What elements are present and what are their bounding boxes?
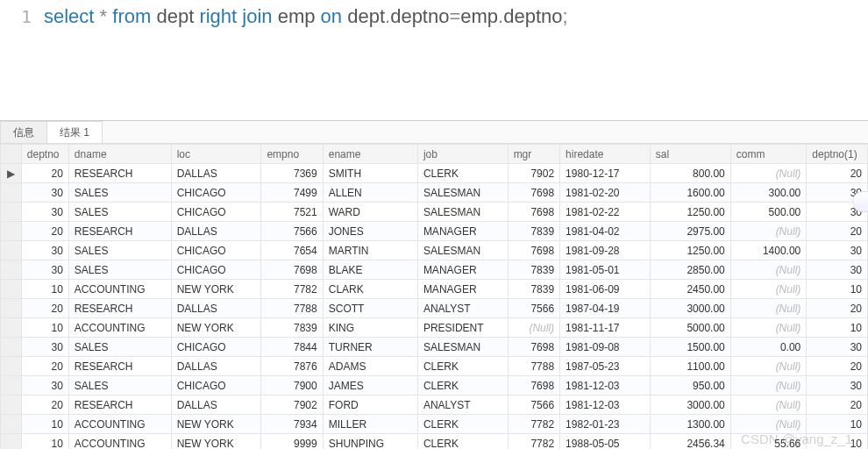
cell-ename[interactable]: MARTIN bbox=[323, 241, 417, 260]
cell-sal[interactable]: 5000.00 bbox=[650, 318, 730, 338]
cell-deptno[interactable]: 30 bbox=[21, 203, 68, 222]
cell-hiredate[interactable]: 1987-05-23 bbox=[560, 357, 651, 376]
cell-job[interactable]: MANAGER bbox=[417, 222, 508, 241]
cell-mgr[interactable]: 7698 bbox=[508, 183, 559, 203]
cell-empno[interactable]: 7369 bbox=[261, 164, 323, 183]
cell-job[interactable]: CLERK bbox=[417, 357, 508, 376]
cell-sal[interactable]: 1300.00 bbox=[650, 415, 730, 434]
cell-ename[interactable]: TURNER bbox=[323, 338, 417, 357]
cell-job[interactable]: SALESMAN bbox=[417, 241, 508, 260]
cell-sal[interactable]: 2975.00 bbox=[650, 222, 730, 241]
cell-empno[interactable]: 7566 bbox=[261, 222, 323, 241]
cell-empno[interactable]: 7499 bbox=[261, 183, 323, 203]
cell-ename[interactable]: FORD bbox=[323, 396, 417, 415]
cell-deptno[interactable]: 20 bbox=[21, 396, 68, 415]
cell-comm[interactable]: 0.00 bbox=[730, 338, 807, 357]
cell-dname[interactable]: ACCOUNTING bbox=[68, 280, 171, 299]
cell-deptno[interactable]: 20 bbox=[21, 299, 68, 318]
cell-loc[interactable]: CHICAGO bbox=[171, 241, 261, 260]
cell-hiredate[interactable]: 1981-09-08 bbox=[560, 338, 651, 357]
cell-deptno1[interactable]: 20 bbox=[807, 357, 868, 376]
cell-loc[interactable]: DALLAS bbox=[171, 222, 261, 241]
table-row[interactable]: 30SALESCHICAGO7900JAMESCLERK76981981-12-… bbox=[1, 376, 868, 396]
cell-loc[interactable]: DALLAS bbox=[171, 396, 261, 415]
cell-hiredate[interactable]: 1982-01-23 bbox=[560, 415, 651, 434]
cell-empno[interactable]: 7844 bbox=[261, 338, 323, 357]
cell-dname[interactable]: SALES bbox=[68, 338, 171, 357]
cell-deptno1[interactable]: 20 bbox=[807, 299, 868, 318]
cell-deptno[interactable]: 10 bbox=[21, 318, 68, 338]
cell-loc[interactable]: CHICAGO bbox=[171, 338, 261, 357]
cell-loc[interactable]: DALLAS bbox=[171, 357, 261, 376]
cell-dname[interactable]: SALES bbox=[68, 260, 171, 280]
cell-mgr[interactable]: 7698 bbox=[508, 376, 559, 396]
cell-dname[interactable]: SALES bbox=[68, 183, 171, 203]
cell-empno[interactable]: 7934 bbox=[261, 415, 323, 434]
cell-deptno[interactable]: 20 bbox=[21, 222, 68, 241]
sql-code[interactable]: select * from dept right join emp on dep… bbox=[44, 5, 568, 28]
cell-loc[interactable]: NEW YORK bbox=[171, 280, 261, 299]
col-deptno[interactable]: deptno bbox=[21, 145, 68, 164]
cell-deptno[interactable]: 30 bbox=[21, 260, 68, 280]
cell-comm[interactable]: (Null) bbox=[730, 318, 807, 338]
cell-dname[interactable]: RESEARCH bbox=[68, 396, 171, 415]
cell-hiredate[interactable]: 1980-12-17 bbox=[560, 164, 651, 183]
table-row[interactable]: 30SALESCHICAGO7499ALLENSALESMAN76981981-… bbox=[1, 183, 868, 203]
cell-empno[interactable]: 7900 bbox=[261, 376, 323, 396]
cell-mgr[interactable]: 7782 bbox=[508, 434, 559, 450]
col-deptno1[interactable]: deptno(1) bbox=[807, 145, 868, 164]
cell-deptno[interactable]: 30 bbox=[21, 376, 68, 396]
cell-comm[interactable]: (Null) bbox=[730, 280, 807, 299]
cell-deptno1[interactable]: 20 bbox=[807, 396, 868, 415]
cell-mgr[interactable]: 7839 bbox=[508, 222, 559, 241]
cell-ename[interactable]: BLAKE bbox=[323, 260, 417, 280]
table-row[interactable]: 10ACCOUNTINGNEW YORK7782CLARKMANAGER7839… bbox=[1, 280, 868, 299]
cell-mgr[interactable]: 7902 bbox=[508, 164, 559, 183]
cell-deptno1[interactable]: 20 bbox=[807, 164, 868, 183]
cell-loc[interactable]: NEW YORK bbox=[171, 318, 261, 338]
cell-deptno1[interactable]: 10 bbox=[807, 318, 868, 338]
cell-hiredate[interactable]: 1981-04-02 bbox=[560, 222, 651, 241]
col-sal[interactable]: sal bbox=[650, 145, 730, 164]
cell-comm[interactable]: 500.00 bbox=[730, 203, 807, 222]
cell-sal[interactable]: 950.00 bbox=[650, 376, 730, 396]
cell-comm[interactable]: 300.00 bbox=[730, 183, 807, 203]
cell-deptno[interactable]: 20 bbox=[21, 357, 68, 376]
cell-job[interactable]: SALESMAN bbox=[417, 338, 508, 357]
cell-hiredate[interactable]: 1981-12-03 bbox=[560, 396, 651, 415]
cell-deptno[interactable]: 10 bbox=[21, 280, 68, 299]
cell-sal[interactable]: 1500.00 bbox=[650, 338, 730, 357]
cell-dname[interactable]: SALES bbox=[68, 376, 171, 396]
cell-loc[interactable]: DALLAS bbox=[171, 164, 261, 183]
cell-mgr[interactable]: (Null) bbox=[508, 318, 559, 338]
cell-empno[interactable]: 9999 bbox=[261, 434, 323, 450]
cell-mgr[interactable]: 7839 bbox=[508, 260, 559, 280]
cell-ename[interactable]: MILLER bbox=[323, 415, 417, 434]
cell-sal[interactable]: 1100.00 bbox=[650, 357, 730, 376]
cell-sal[interactable]: 2850.00 bbox=[650, 260, 730, 280]
cell-dname[interactable]: RESEARCH bbox=[68, 357, 171, 376]
cell-deptno[interactable]: 30 bbox=[21, 183, 68, 203]
side-widget[interactable] bbox=[852, 191, 868, 212]
cell-comm[interactable]: (Null) bbox=[730, 260, 807, 280]
result-grid[interactable]: deptnodnamelocempnoenamejobmgrhiredatesa… bbox=[0, 144, 868, 449]
col-hiredate[interactable]: hiredate bbox=[560, 145, 651, 164]
cell-sal[interactable]: 2450.00 bbox=[650, 280, 730, 299]
cell-empno[interactable]: 7788 bbox=[261, 299, 323, 318]
cell-job[interactable]: ANALYST bbox=[417, 396, 508, 415]
cell-hiredate[interactable]: 1981-06-09 bbox=[560, 280, 651, 299]
cell-empno[interactable]: 7839 bbox=[261, 318, 323, 338]
cell-loc[interactable]: NEW YORK bbox=[171, 415, 261, 434]
cell-ename[interactable]: ADAMS bbox=[323, 357, 417, 376]
cell-empno[interactable]: 7876 bbox=[261, 357, 323, 376]
cell-dname[interactable]: ACCOUNTING bbox=[68, 434, 171, 450]
cell-hiredate[interactable]: 1988-05-05 bbox=[560, 434, 651, 450]
cell-deptno[interactable]: 30 bbox=[21, 338, 68, 357]
cell-job[interactable]: ANALYST bbox=[417, 299, 508, 318]
cell-hiredate[interactable]: 1981-05-01 bbox=[560, 260, 651, 280]
cell-ename[interactable]: SCOTT bbox=[323, 299, 417, 318]
cell-job[interactable]: CLERK bbox=[417, 415, 508, 434]
cell-hiredate[interactable]: 1981-12-03 bbox=[560, 376, 651, 396]
table-row[interactable]: 30SALESCHICAGO7654MARTINSALESMAN76981981… bbox=[1, 241, 868, 260]
cell-mgr[interactable]: 7566 bbox=[508, 396, 559, 415]
